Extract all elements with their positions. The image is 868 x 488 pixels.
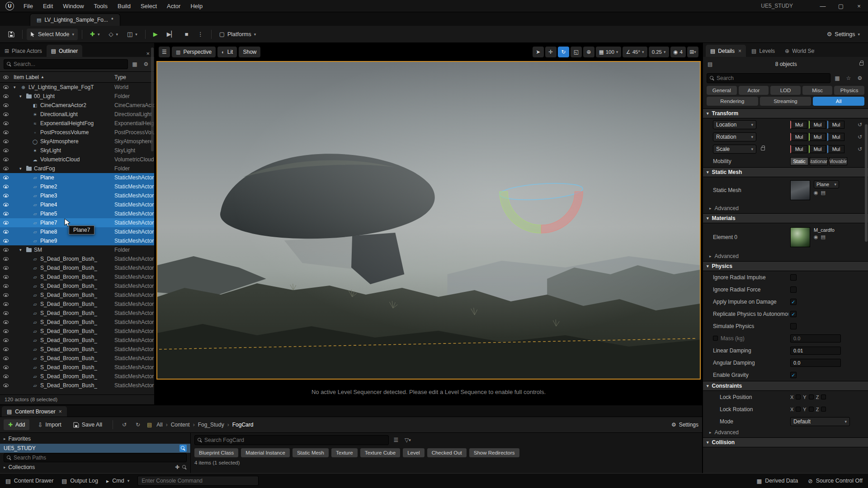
category-filter-physics[interactable]: Physics (834, 86, 864, 95)
breadcrumb-content[interactable]: Content (171, 422, 190, 428)
type-column[interactable]: Type (114, 74, 154, 80)
camera-speed-control[interactable]: ◉4 (670, 47, 686, 57)
outliner-row[interactable]: ▱S_Dead_Broom_Bush_StaticMeshActor (0, 363, 154, 372)
outliner-row[interactable]: ▱S_Dead_Broom_Bush_StaticMeshActor (0, 309, 154, 318)
cinematics-button[interactable]: ◫▾ (123, 28, 141, 40)
visibility-toggle[interactable] (0, 375, 12, 378)
expander-arrow[interactable]: ▾ (19, 248, 24, 252)
expander-arrow[interactable]: ▾ (19, 166, 24, 171)
checkbox[interactable]: ✓ (790, 372, 797, 378)
tab-details[interactable]: ▤ Details × (706, 45, 746, 57)
checkbox[interactable] (790, 323, 797, 329)
outliner-row[interactable]: ✶SkyLightSkyLight (0, 146, 154, 155)
visibility-toggle[interactable] (0, 176, 12, 179)
add-content-button[interactable]: ✚▾ (86, 28, 103, 40)
category-filter-lod[interactable]: LOD (770, 86, 801, 95)
settings-dropdown[interactable]: ⚙ Settings ▾ (823, 28, 863, 40)
tab-levels[interactable]: ▤ Levels (747, 45, 779, 57)
save-all-button[interactable]: Save All (70, 419, 106, 431)
override-checkbox[interactable] (713, 336, 718, 341)
menu-select[interactable]: Select (136, 0, 162, 12)
minimize-button[interactable]: — (814, 0, 832, 12)
visibility-toggle[interactable] (0, 320, 12, 324)
platforms-dropdown[interactable]: ▢ Platforms ▾ (216, 28, 260, 40)
category-filter-all[interactable]: All (813, 97, 864, 106)
outliner-row[interactable]: ▱S_Dead_Broom_Bush_StaticMeshActor (0, 354, 154, 363)
reset-location-icon[interactable]: ↺ (855, 122, 864, 128)
content-browser-settings[interactable]: ⚙ Settings (671, 422, 698, 428)
checkbox[interactable] (790, 274, 797, 281)
filter-chip-show-redirectors[interactable]: Show Redirectors (469, 448, 519, 457)
visibility-toggle[interactable] (0, 94, 12, 98)
menu-window[interactable]: Window (58, 0, 89, 12)
item-label-column[interactable]: Item Label ▲ (12, 74, 114, 80)
section-static-mesh[interactable]: ▾Static Mesh (703, 167, 868, 177)
category-filter-streaming[interactable]: Streaming (760, 97, 811, 106)
visibility-toggle[interactable] (0, 221, 12, 225)
mobility-movable[interactable]: Movable (829, 157, 847, 165)
scale-z-field[interactable]: Mul (827, 145, 844, 153)
outliner-row[interactable]: ▱S_Dead_Broom_Bush_StaticMeshActor (0, 336, 154, 345)
add-button[interactable]: ✚Add (4, 419, 29, 430)
outliner-row[interactable]: ☀DirectionalLightDirectionalLight (0, 110, 154, 119)
visibility-toggle[interactable] (0, 203, 12, 206)
output-log-button[interactable]: ▤Output Log (61, 478, 98, 484)
filter-chip-material-instance[interactable]: Material Instance (241, 448, 290, 457)
menu-help[interactable]: Help (185, 0, 208, 12)
outliner-row[interactable]: ▾⊕LV_Lighting_Sample_FogTWorld (0, 83, 154, 92)
visibility-toggle[interactable] (0, 293, 12, 297)
scale-y-field[interactable]: Mul (809, 145, 826, 153)
reset-rotation-icon[interactable]: ↺ (855, 134, 864, 140)
asset-search[interactable] (194, 435, 389, 445)
mobility-stationary[interactable]: Stationary (810, 157, 828, 165)
constraint-mode-dropdown[interactable]: Default▾ (790, 417, 850, 426)
visibility-toggle[interactable] (0, 275, 12, 279)
paths-search[interactable] (4, 453, 187, 462)
stop-button[interactable]: ■ (181, 28, 192, 40)
save-button[interactable] (5, 28, 18, 40)
visibility-toggle[interactable] (0, 257, 12, 261)
search-collections-icon[interactable] (182, 465, 187, 469)
visibility-toggle[interactable] (0, 248, 12, 252)
tab-world-settings[interactable]: ⊕ World Settings (780, 45, 819, 57)
outliner-row[interactable]: ▱S_Dead_Broom_Bush_StaticMeshActor (0, 345, 154, 354)
outliner-row[interactable]: ▱S_Dead_Broom_Bush_StaticMeshActor (0, 282, 154, 291)
use-selected-asset-icon[interactable]: ◉ (814, 190, 818, 196)
rotation-dropdown[interactable]: Rotation▾ (713, 132, 756, 141)
details-search[interactable] (707, 73, 830, 83)
material-name[interactable]: M_cardfo (814, 227, 835, 233)
material-thumbnail[interactable] (790, 227, 810, 247)
scale-dropdown[interactable]: Scale▾ (713, 145, 756, 154)
outliner-row[interactable]: ▱Plane5StaticMeshActor (0, 209, 154, 218)
breadcrumb-fogcard[interactable]: FogCard (232, 422, 254, 428)
breadcrumb-fog_study[interactable]: Fog_Study (198, 422, 224, 428)
visibility-toggle[interactable] (0, 113, 12, 116)
filter-chip-static-mesh[interactable]: Static Mesh (292, 448, 329, 457)
visibility-toggle[interactable] (0, 103, 12, 107)
outliner-row[interactable]: ▾CardFogFolder (0, 164, 154, 173)
tab-content-browser[interactable]: ▤ Content Browser × (2, 406, 67, 417)
visibility-toggle[interactable] (0, 239, 12, 243)
visibility-column-header[interactable] (0, 75, 12, 79)
visibility-toggle[interactable] (0, 329, 12, 333)
favorites-star-icon[interactable]: ☆ (844, 74, 853, 83)
mobility-static[interactable]: Static (790, 157, 808, 165)
visibility-toggle[interactable] (0, 140, 12, 143)
number-input[interactable] (790, 347, 841, 355)
cmd-dropdown[interactable]: ▸Cmd▾ (106, 478, 129, 484)
visibility-toggle[interactable] (0, 311, 12, 315)
add-collection-icon[interactable]: ✚ (175, 464, 179, 470)
visibility-toggle[interactable] (0, 230, 12, 234)
visibility-toggle[interactable] (0, 122, 12, 125)
world-local-toggle[interactable]: ⊕ (583, 47, 594, 57)
outliner-row[interactable]: ☁VolumetricCloudVolumetricCloud (0, 155, 154, 164)
browse-to-material-icon[interactable]: ▤ (821, 234, 826, 240)
play-button[interactable]: ▶ (150, 28, 161, 40)
outliner-row[interactable]: ▫PostProcessVolumePostProcessVolume (0, 128, 154, 137)
filter-chip-level[interactable]: Level (403, 448, 425, 457)
derived-data-button[interactable]: ▦Derived Data (756, 478, 798, 484)
rotation-z-field[interactable]: Mul (827, 133, 844, 141)
position-lock-x-checkbox[interactable] (796, 394, 801, 399)
skip-button[interactable]: ▶▏ (163, 28, 179, 40)
tab-outliner[interactable]: ▤ Outliner (47, 45, 82, 57)
